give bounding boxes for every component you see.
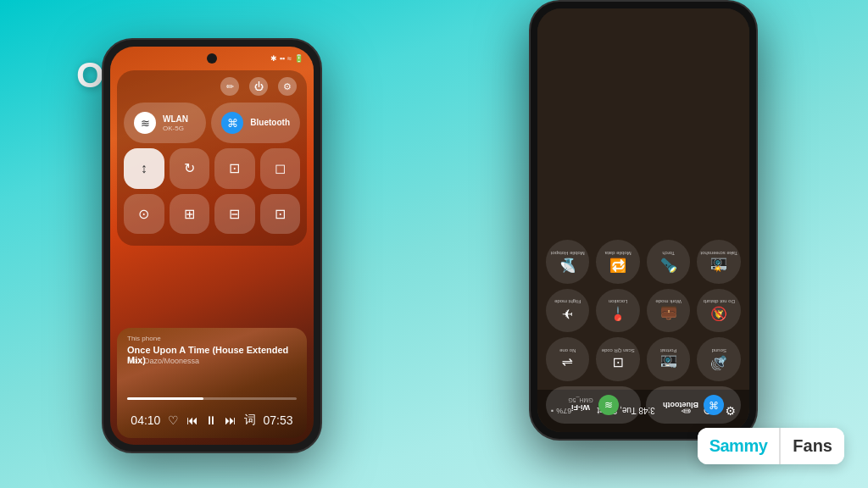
ui6-tile-work[interactable]: 💼 Work mode <box>647 289 691 333</box>
ui6-qr-icon: ⊡ <box>613 355 624 371</box>
phone2-screen: ⚙ ⊙ ✏ 3:48 Tue, 8 Oct 67% ▪ ⌘ Bluetooth <box>537 8 749 432</box>
ui6-pills: ⌘ Bluetooth ≋ Wi-Fi GMH_5G <box>546 386 741 424</box>
ui6-bluetooth-pill[interactable]: ⌘ Bluetooth <box>646 386 741 424</box>
ui7-settings-icon[interactable]: ⚙ <box>278 77 297 96</box>
ui7-power-icon[interactable]: ⏻ <box>249 77 268 96</box>
ui6-hotspot-label: Mobile Hotspot <box>551 251 585 256</box>
ui7-battery-icon: 🔋 <box>294 54 303 63</box>
ui6-tile-portrait[interactable]: 📷 Portrait <box>647 338 691 382</box>
ui7-tile-5[interactable]: ⊞ <box>170 194 210 235</box>
ui7-music-controls: 04:10 ♡ ⏮ ⏸ ⏭ 词 07:53 <box>127 413 297 428</box>
ui7-prev-icon[interactable]: ⏮ <box>186 413 198 427</box>
ui7-wifi-pill-icon: ≋ <box>134 112 156 134</box>
ui7-next-icon[interactable]: ⏭ <box>225 413 236 427</box>
ui7-tile-2[interactable]: ⊡ <box>214 148 255 189</box>
ui7-tile-4[interactable]: ⊙ <box>124 194 164 235</box>
ui7-music-progress-bar <box>127 397 297 400</box>
ui7-bluetooth-label: Bluetooth <box>250 118 290 128</box>
ui6-bluetooth-label: Bluetooth <box>663 401 698 409</box>
ui6-dnd-label: Do not disturb <box>704 299 735 304</box>
ui6-sound-label: Sound <box>712 348 726 353</box>
ui6-tile-data[interactable]: 🔁 Mobile data <box>597 241 641 285</box>
ui7-bluetooth-pill[interactable]: ⌘ Bluetooth <box>211 103 300 143</box>
ui6-row3: 🔊 Sound 📷 Portrait ⊡ Scan QR code ⇌ No o… <box>546 338 741 382</box>
ui6-location-icon: 📍 <box>609 306 626 322</box>
ui6-qr-label: Scan QR code <box>602 348 635 353</box>
ui7-wlan-pill[interactable]: ≋ WLAN OK-5G <box>124 103 206 143</box>
ui6-share-icon: ⇌ <box>562 355 573 371</box>
ui6-bt-icon: ⌘ <box>704 395 724 415</box>
ui6-wifi-pill[interactable]: ≋ Wi-Fi GMH_5G <box>546 386 641 424</box>
phone1-screen: ✱ ▪▪ ≈ 🔋 ✏ ⏻ ⚙ ≋ WLAN OK-5G <box>110 47 314 445</box>
ui6-screenshot-label: Take screenshot <box>700 251 737 256</box>
ui7-pause-icon[interactable]: ⏸ <box>205 413 217 427</box>
ui7-status-icons: ✱ ▪▪ ≈ 🔋 <box>270 54 303 63</box>
ui6-torch-label: Torch <box>662 251 675 256</box>
ui7-music-artist: Max Oazo/Moonessa <box>127 357 199 365</box>
fans-part: Fans <box>781 428 844 464</box>
ui6-wifi-network: GMH_5G <box>568 398 593 404</box>
ui6-work-label: Work mode <box>655 299 682 304</box>
ui7-tile-6[interactable]: ⊟ <box>214 194 255 235</box>
ui6-data-label: Mobile data <box>605 251 632 256</box>
ui7-bt-icon: ✱ <box>270 54 277 63</box>
sammy-text: Sammy <box>709 436 768 456</box>
ui7-bt-pill-icon: ⌘ <box>221 112 243 134</box>
ui7-music-time-current: 04:10 <box>131 413 160 427</box>
ui6-torch-icon: 🔦 <box>660 258 677 274</box>
sammy-part: Sammy <box>698 428 780 464</box>
ui7-tiles-grid: ↕ ↻ ⊡ ◻ ⊙ ⊞ ⊟ ⊡ <box>124 148 300 234</box>
ui6-sound-icon: 🔊 <box>710 355 727 371</box>
sammy-fans-logo: Sammy Fans <box>698 428 844 464</box>
ui7-quick-row: ≋ WLAN OK-5G ⌘ Bluetooth <box>124 103 300 143</box>
ui6-screenshot-icon: 📸 <box>710 258 727 274</box>
ui6-tile-qr[interactable]: ⊡ Scan QR code <box>597 338 641 382</box>
ui7-lyrics-icon[interactable]: 词 <box>244 413 256 428</box>
ui6-panel: ⚙ ⊙ ✏ 3:48 Tue, 8 Oct 67% ▪ ⌘ Bluetooth <box>537 8 749 432</box>
ui6-tile-sound[interactable]: 🔊 Sound <box>698 338 742 382</box>
ui6-portrait-icon: 📷 <box>660 355 677 371</box>
ui7-music-progress-fill <box>127 397 203 400</box>
ui7-top-row: ✏ ⏻ ⚙ <box>124 77 300 96</box>
ui6-wifi-label: Wi-Fi <box>568 404 593 413</box>
ui7-wifi-icon: ≈ <box>287 54 292 63</box>
ui7-tile-0[interactable]: ↕ <box>124 148 164 189</box>
ui6-share-label: No one <box>559 348 576 353</box>
ui6-tile-hotspot[interactable]: 📡 Mobile Hotspot <box>546 241 590 285</box>
ui6-dnd-icon: 🔕 <box>710 306 727 322</box>
ui6-portrait-label: Portrait <box>660 348 676 353</box>
ui7-edit-icon[interactable]: ✏ <box>220 77 239 96</box>
ui6-tile-location[interactable]: 📍 Location <box>597 289 641 333</box>
ui6-hotspot-icon: 📡 <box>559 258 576 274</box>
ui7-controls-panel: ✏ ⏻ ⚙ ≋ WLAN OK-5G ⌘ Bluetooth <box>117 70 307 246</box>
ui6-content: ⌘ Bluetooth ≋ Wi-Fi GMH_5G 🔊 <box>537 8 749 432</box>
ui7-tile-7[interactable]: ⊡ <box>260 194 301 235</box>
ui6-wifi-icon: ≋ <box>598 395 619 415</box>
ui6-row1: 📸 Take screenshot 🔦 Torch 🔁 Mobile data … <box>546 241 741 285</box>
ui7-heart-icon[interactable]: ♡ <box>168 413 179 427</box>
ui6-tile-flight[interactable]: ✈ Flight mode <box>546 289 590 333</box>
ui7-signal-icon: ▪▪ <box>280 54 285 63</box>
ui7-wlan-sub: OK-5G <box>163 125 188 132</box>
ui6-flight-icon: ✈ <box>562 306 573 322</box>
ui6-tile-torch[interactable]: 🔦 Torch <box>647 241 691 285</box>
ui6-tile-share[interactable]: ⇌ No one <box>546 338 590 382</box>
ui6-data-icon: 🔁 <box>609 258 626 274</box>
ui6-tile-screenshot[interactable]: 📸 Take screenshot <box>698 241 742 285</box>
ui7-wlan-label: WLAN <box>163 114 188 125</box>
phone2-device: ⚙ ⊙ ✏ 3:48 Tue, 8 Oct 67% ▪ ⌘ Bluetooth <box>529 0 758 441</box>
ui7-music-time-total: 07:53 <box>264 413 293 427</box>
ui7-tile-3[interactable]: ◻ <box>260 148 301 189</box>
ui6-flight-label: Flight mode <box>554 299 581 304</box>
ui7-tile-1[interactable]: ↻ <box>170 148 210 189</box>
fans-text: Fans <box>793 436 832 456</box>
ui7-music-player: This phone Once Upon A Time (House Exten… <box>117 328 307 438</box>
ui6-tile-dnd[interactable]: 🔕 Do not disturb <box>698 289 742 333</box>
ui6-row2: 🔕 Do not disturb 💼 Work mode 📍 Location … <box>546 289 741 333</box>
ui6-location-label: Location <box>609 299 628 304</box>
phone1-device: ✱ ▪▪ ≈ 🔋 ✏ ⏻ ⚙ ≋ WLAN OK-5G <box>102 38 322 453</box>
ui6-work-icon: 💼 <box>660 306 677 322</box>
ui7-music-source: This phone <box>127 335 161 342</box>
phone1-notch <box>207 53 217 64</box>
